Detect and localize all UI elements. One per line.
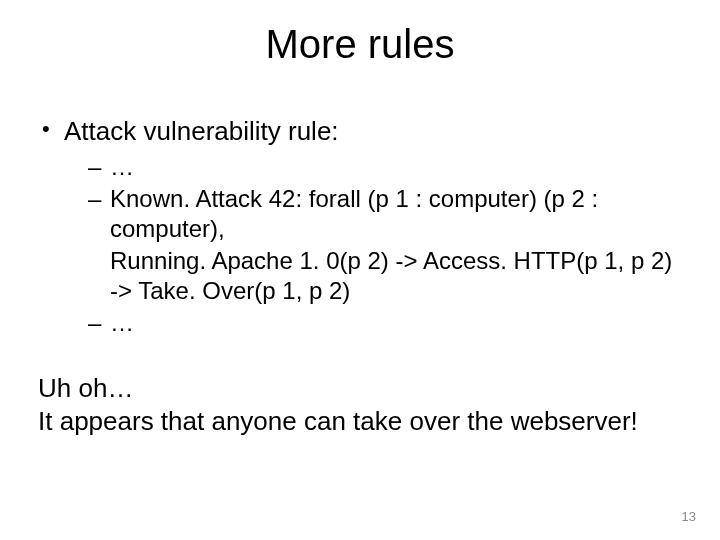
bullet-level2-knownattack: Known. Attack 42: forall (p 1 : computer… xyxy=(38,184,682,244)
bullet-level1-attack: Attack vulnerability rule: xyxy=(38,115,682,148)
page-number: 13 xyxy=(682,509,696,524)
bullet-level2-ellipsis-top: … xyxy=(38,152,682,182)
bullet-level2-ellipsis-bottom: … xyxy=(38,308,682,338)
bullet-level2-knownattack-cont: Running. Apache 1. 0(p 2) -> Access. HTT… xyxy=(38,246,682,306)
slide-body: Attack vulnerability rule: … Known. Atta… xyxy=(38,115,682,438)
slide-title: More rules xyxy=(0,22,720,67)
closing-block: Uh oh… It appears that anyone can take o… xyxy=(38,372,682,439)
slide: More rules Attack vulnerability rule: … … xyxy=(0,0,720,540)
closing-line-1: Uh oh… xyxy=(38,372,682,405)
closing-line-2: It appears that anyone can take over the… xyxy=(38,405,682,438)
